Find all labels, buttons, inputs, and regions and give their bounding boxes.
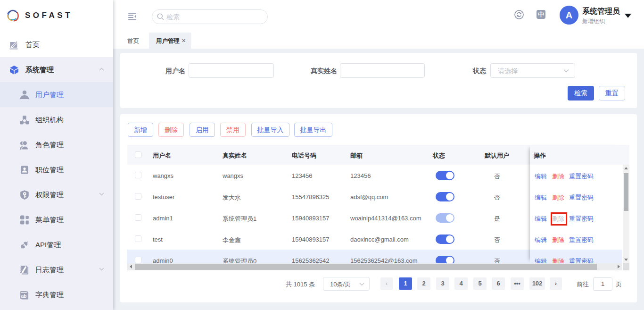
svg-text:ab: ab [21, 293, 27, 299]
